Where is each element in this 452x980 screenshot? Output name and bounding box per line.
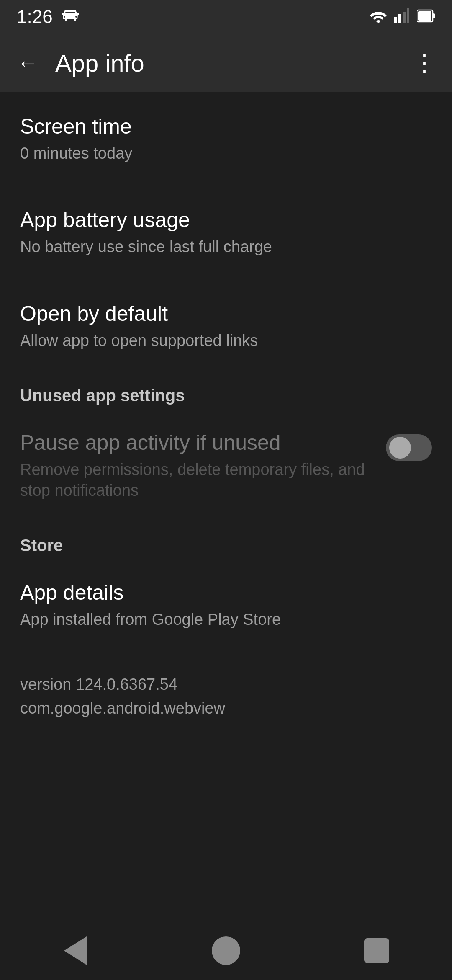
page-title: App info [55,49,144,77]
pause-app-toggle[interactable] [386,434,432,461]
package-name-text: com.google.android.webview [20,696,432,720]
svg-rect-0 [394,17,397,23]
app-bar: ← App info ⋮ [0,34,452,92]
wifi-icon [370,8,387,25]
screen-time-subtitle: 0 minutes today [20,143,432,164]
svg-rect-3 [407,8,409,23]
content-area: Screen time 0 minutes today App battery … [0,92,452,740]
pause-app-content: Pause app activity if unused Remove perm… [20,430,386,501]
back-button[interactable]: ← [17,50,39,75]
nav-home-button[interactable] [205,930,247,972]
app-bar-left: ← App info [17,49,144,77]
status-bar: 1:26 [0,0,452,34]
app-battery-subtitle: No battery use since last full charge [20,237,432,257]
screen-time-item[interactable]: Screen time 0 minutes today [0,92,452,186]
status-bar-left: 1:26 [17,6,80,27]
open-by-default-item[interactable]: Open by default Allow app to open suppor… [0,279,452,373]
car-icon [61,8,80,26]
open-by-default-title: Open by default [20,301,432,326]
app-details-subtitle: App installed from Google Play Store [20,609,432,630]
signal-icon [394,8,409,25]
store-section-header: Store [0,523,452,558]
app-details-title: App details [20,580,432,605]
svg-rect-2 [403,12,406,23]
pause-app-title: Pause app activity if unused [20,430,369,455]
svg-rect-1 [398,14,401,23]
more-options-button[interactable]: ⋮ [413,49,435,77]
battery-icon [417,8,435,25]
store-section-label: Store [20,536,63,554]
status-bar-right [370,8,435,25]
status-time: 1:26 [17,6,53,27]
toggle-knob [389,437,411,459]
app-battery-item[interactable]: App battery usage No battery use since l… [0,186,452,279]
pause-app-item[interactable]: Pause app activity if unused Remove perm… [0,408,452,523]
open-by-default-subtitle: Allow app to open supported links [20,330,432,351]
app-battery-title: App battery usage [20,207,432,232]
home-circle-icon [212,936,240,965]
navigation-bar [0,921,452,980]
nav-back-button[interactable] [54,930,96,972]
svg-rect-5 [433,13,435,18]
recents-square-icon [364,938,389,963]
svg-rect-6 [418,11,431,21]
screen-time-title: Screen time [20,114,432,139]
pause-app-subtitle: Remove permissions, delete temporary fil… [20,459,369,501]
app-details-item[interactable]: App details App installed from Google Pl… [0,558,452,652]
unused-section-header: Unused app settings [0,373,452,408]
nav-recents-button[interactable] [356,930,398,972]
back-triangle-icon [64,936,87,965]
footer-section: version 124.0.6367.54 com.google.android… [0,652,452,740]
unused-section-label: Unused app settings [20,386,185,405]
version-text: version 124.0.6367.54 [20,673,432,696]
